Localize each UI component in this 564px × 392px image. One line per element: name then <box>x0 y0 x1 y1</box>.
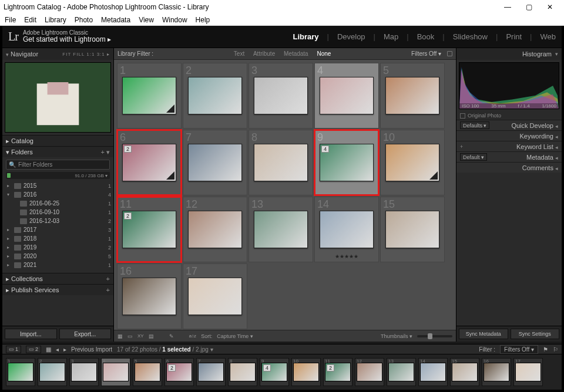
libfilter-tab-none[interactable]: None <box>313 50 334 57</box>
thumbnail[interactable] <box>188 211 242 248</box>
thumbnail-grid[interactable]: 1234562789410112121314★★★★★151617 <box>114 60 456 330</box>
filmstrip-thumbnail[interactable]: 2 <box>325 363 351 381</box>
sync-settings-button[interactable]: Sync Settings <box>511 329 560 339</box>
rating-stars[interactable]: ★★★★★ <box>335 254 358 259</box>
menu-photo[interactable]: Photo <box>75 16 93 24</box>
filmstrip-cell-13[interactable]: 13 <box>387 358 416 386</box>
import-button[interactable]: Import... <box>5 329 57 339</box>
window-close-button[interactable]: ✕ <box>539 0 560 14</box>
thumbnail[interactable] <box>254 77 308 114</box>
thumbnail[interactable] <box>385 144 439 181</box>
stack-badge[interactable]: 2 <box>124 212 132 219</box>
thumbnail[interactable]: 2 <box>122 211 176 248</box>
filmstrip-cell-14[interactable]: 14 <box>418 358 448 386</box>
sort-dropdown[interactable]: Capture Time ▾ <box>217 333 253 339</box>
navigator-header[interactable]: ▾ Navigator FIT FILL 1:1 3:1 ▸ <box>2 48 113 60</box>
brand-get-started-link[interactable]: Get started with Lightroom ▸ <box>23 36 111 43</box>
filmstrip-thumbnail[interactable] <box>515 363 541 381</box>
filmstrip-cell-11[interactable]: 112 <box>323 358 352 386</box>
filmstrip-thumbnail[interactable] <box>71 363 97 381</box>
histogram-display[interactable]: ISO 100 35 mm f / 1.4 1/1600 <box>459 62 559 109</box>
filmstrip-cell-8[interactable]: 8 <box>228 358 257 386</box>
grid-cell-6[interactable]: 62 <box>117 130 182 195</box>
disk-usage-bar[interactable]: 91.0 / 238 GB ▾ <box>6 172 110 179</box>
filmstrip-cell-16[interactable]: 16 <box>482 358 511 386</box>
filmstrip-cell-10[interactable]: 10 <box>291 358 321 386</box>
grid-cell-4[interactable]: 4 <box>314 63 379 129</box>
menu-help[interactable]: Help <box>196 16 210 24</box>
filmstrip-thumbnail[interactable] <box>388 363 414 381</box>
filmstrip-cell-4[interactable]: 4 <box>101 358 130 386</box>
filmstrip-thumbnail[interactable] <box>8 363 33 381</box>
filter-lock-icon[interactable] <box>447 51 452 56</box>
sort-direction-icon[interactable]: a↕z <box>189 333 196 339</box>
folder-2015[interactable]: ▸20151 <box>5 181 111 190</box>
grid-cell-16[interactable]: 16 <box>117 263 182 329</box>
grid-cell-5[interactable]: 5 <box>380 63 445 129</box>
thumbnail[interactable] <box>188 77 242 114</box>
filmstrip-flag-pick-icon[interactable]: ⚑ <box>543 346 548 353</box>
folder-2016-12-03[interactable]: 2016-12-032 <box>5 217 111 225</box>
filmstrip-thumbnail[interactable] <box>357 363 382 381</box>
menu-file[interactable]: File <box>5 16 16 24</box>
folders-add-icon[interactable]: + ▾ <box>101 148 110 156</box>
metadata-badge-icon[interactable] <box>429 171 438 180</box>
grid-cell-13[interactable]: 13 <box>249 197 313 262</box>
filmstrip-cell-17[interactable]: 17 <box>513 358 543 386</box>
folder-2017[interactable]: ▸20173 <box>5 225 111 234</box>
filmstrip-cell-12[interactable]: 12 <box>355 358 384 386</box>
navigator-zoom-opts[interactable]: FIT FILL 1:1 3:1 ▸ <box>62 52 110 57</box>
grid-cell-9[interactable]: 94 <box>314 130 379 195</box>
filmstrip-cell-6[interactable]: 62 <box>164 358 194 386</box>
folders-header[interactable]: ▾ Folders+ ▾ <box>2 147 113 157</box>
keywording-header[interactable]: Keywording ◂ <box>456 130 562 141</box>
module-slideshow[interactable]: Slideshow <box>453 32 488 41</box>
grid-icon[interactable]: ▦ <box>46 346 51 353</box>
menu-library[interactable]: Library <box>45 16 66 24</box>
metadata-badge-icon[interactable] <box>166 104 174 113</box>
stack-badge[interactable]: 2 <box>124 146 132 153</box>
thumbnail[interactable] <box>385 211 439 248</box>
navigator-preview[interactable] <box>5 62 111 133</box>
module-develop[interactable]: Develop <box>337 32 365 41</box>
window-minimize-button[interactable]: — <box>497 0 518 14</box>
grid-cell-8[interactable]: 8 <box>249 130 313 195</box>
sync-metadata-button[interactable]: Sync Metadata <box>459 329 508 339</box>
filmstrip-cell-15[interactable]: 15 <box>450 358 479 386</box>
module-print[interactable]: Print <box>506 32 522 41</box>
stack-badge[interactable]: 2 <box>327 364 334 371</box>
thumbnail[interactable]: 4 <box>320 144 374 181</box>
menu-metadata[interactable]: Metadata <box>101 16 130 24</box>
libfilter-tab-text[interactable]: Text <box>230 50 248 57</box>
thumbnail[interactable] <box>385 77 439 114</box>
grid-cell-2[interactable]: 2 <box>183 63 247 129</box>
thumbnail[interactable] <box>254 211 308 248</box>
filmstrip-cell-7[interactable]: 7 <box>196 358 226 386</box>
stack-badge[interactable]: 4 <box>263 364 271 371</box>
thumbnail[interactable] <box>122 77 176 114</box>
filmstrip-cell-9[interactable]: 94 <box>260 358 289 386</box>
filmstrip-thumbnail[interactable] <box>198 363 224 381</box>
filmstrip-thumbnail[interactable] <box>135 363 160 381</box>
module-map[interactable]: Map <box>384 32 398 41</box>
filmstrip-thumbnail[interactable] <box>420 363 446 381</box>
filmstrip-thumbnail[interactable] <box>39 363 65 381</box>
loupe-view-icon[interactable]: ▭ <box>127 333 133 339</box>
grid-cell-7[interactable]: 7 <box>183 130 247 195</box>
histogram-header[interactable]: Histogram▾ <box>456 48 562 60</box>
metadata-header[interactable]: Default ▾ Metadata ◂ <box>456 151 562 162</box>
catalog-header[interactable]: ▸ Catalog <box>2 136 113 146</box>
monitor-2-button[interactable]: ▭2 <box>26 346 41 353</box>
folder-2020[interactable]: ▸20205 <box>5 252 111 261</box>
compare-view-icon[interactable]: XY <box>137 333 144 339</box>
window-maximize-button[interactable]: ▢ <box>518 0 539 14</box>
source-label[interactable]: Previous Import <box>71 346 112 353</box>
filmstrip-flag-reject-icon[interactable]: ⚐ <box>553 346 558 353</box>
metadata-badge-icon[interactable] <box>166 171 174 180</box>
filmstrip-cell-1[interactable]: 1 <box>6 358 35 386</box>
forward-icon[interactable]: ▸ <box>63 346 66 353</box>
thumbnail[interactable] <box>122 278 176 315</box>
stack-badge[interactable]: 4 <box>321 146 329 153</box>
comments-header[interactable]: Comments ◂ <box>456 162 562 173</box>
keyword-list-header[interactable]: +Keyword List ◂ <box>456 141 562 151</box>
